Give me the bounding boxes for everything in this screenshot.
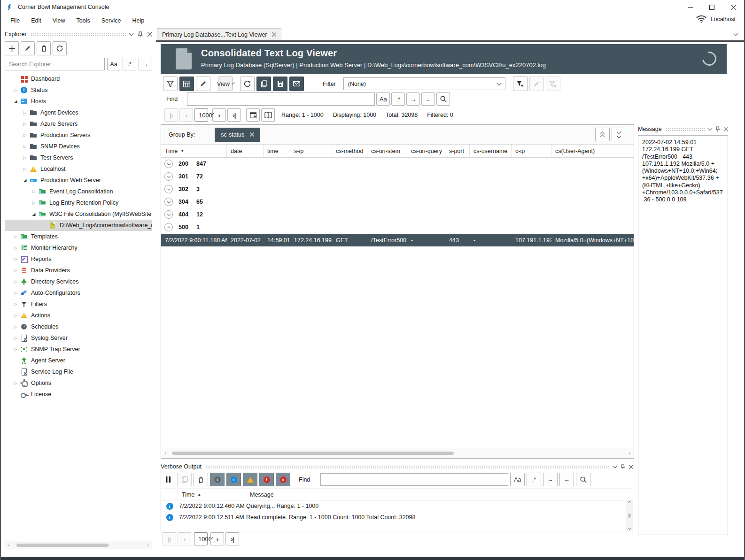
first-page-button[interactable]: |‹ (164, 108, 178, 122)
expander-icon[interactable]: ▷ (20, 144, 30, 149)
expand-group-icon[interactable] (164, 160, 173, 168)
expander-icon[interactable]: ▷ (11, 279, 20, 284)
find-input[interactable] (187, 92, 375, 106)
chip-close-icon[interactable] (250, 132, 254, 137)
tree-item-event-log-consolidation[interactable]: ▷Event Log Consolidation (5, 186, 152, 197)
close-window-button[interactable] (722, 0, 744, 14)
tab-close-icon[interactable] (272, 32, 276, 37)
column-header-cs-user-agent-[interactable]: cs(User-Agent) (551, 145, 634, 157)
tree-item-production-web-server[interactable]: ◢Production Web Server (5, 175, 152, 186)
connection-status[interactable]: Localhost (696, 15, 736, 23)
group-row-302[interactable]: 3023 (161, 183, 634, 196)
edit-button[interactable] (21, 41, 35, 55)
find-previous-button[interactable]: ← (559, 473, 574, 486)
previous-page-button[interactable]: ‹ (178, 532, 191, 545)
table-view-button[interactable] (179, 77, 194, 91)
column-header-time[interactable]: time (264, 145, 290, 157)
view-dropdown-button[interactable]: View (218, 77, 233, 91)
scroll-left-icon[interactable]: ‹ (5, 543, 13, 548)
find-next-button[interactable]: → (406, 92, 420, 106)
expander-icon[interactable]: ▷ (11, 234, 20, 239)
column-header-date[interactable]: date (227, 145, 264, 157)
find-next-button[interactable]: → (543, 473, 558, 486)
minimize-button[interactable] (679, 0, 701, 14)
add-button[interactable] (5, 41, 19, 55)
menu-file[interactable]: File (5, 15, 25, 26)
group-row-404[interactable]: 40412 (161, 208, 634, 221)
collapse-all-button[interactable] (612, 128, 626, 141)
refresh-view-button[interactable] (240, 77, 255, 91)
column-header-c-ip[interactable]: c-ip (512, 145, 551, 157)
tree-item-hosts[interactable]: ◢Hosts (5, 96, 152, 107)
expander-icon[interactable]: ▷ (11, 302, 20, 307)
expander-icon[interactable]: ▷ (29, 200, 39, 205)
panel-menu-icon[interactable] (613, 464, 618, 468)
previous-page-button[interactable]: ‹ (179, 108, 193, 122)
maximize-button[interactable] (701, 0, 722, 14)
clear-filter-button[interactable] (546, 77, 560, 91)
tree-item-agent-devices[interactable]: ▷Agent Devices (5, 107, 152, 118)
expander-icon[interactable]: ▷ (11, 347, 20, 352)
expander-icon[interactable]: ▷ (29, 189, 39, 194)
log-horizontal-scrollbar[interactable]: ‹ › (162, 448, 633, 458)
copy-button[interactable] (177, 473, 192, 486)
tree-item-license[interactable]: License (5, 389, 152, 400)
explorer-horizontal-scrollbar[interactable]: ‹ › (5, 541, 152, 549)
column-header-s-port[interactable]: s-port (445, 145, 470, 157)
regex-button[interactable]: .* (391, 92, 405, 106)
log-table-header[interactable]: Time▼datetimes-ipcs-methodcs-uri-stemcs-… (161, 145, 634, 158)
tree-item-reports[interactable]: ▷Reports (5, 253, 152, 265)
find-previous-button[interactable]: ← (421, 92, 435, 106)
expander-icon[interactable]: ▷ (11, 245, 20, 250)
scroll-right-icon[interactable]: › (626, 451, 633, 456)
group-chip-sc-status[interactable]: sc-status (215, 128, 260, 142)
column-header-time[interactable]: Time▼ (161, 145, 227, 157)
tree-item-snmp-devices[interactable]: ▷SNMP Devices (5, 141, 152, 152)
expander-icon[interactable]: ▷ (20, 110, 30, 115)
tree-item-schedules[interactable]: ▷Schedules (5, 321, 152, 332)
save-button[interactable] (273, 77, 287, 91)
delete-button[interactable] (37, 41, 51, 55)
tree-item-status[interactable]: ▷Status (5, 84, 152, 96)
scrollbar-thumb[interactable] (628, 514, 631, 518)
verbose-row[interactable]: i7/2/2022 9:00:12.511 AMRead complete. R… (161, 512, 633, 523)
edit-filter-button[interactable] (529, 77, 544, 91)
tree-item-log-entry-retention-policy[interactable]: ▷Log Entry Retention Policy (5, 197, 152, 208)
expander-icon[interactable]: ▷ (11, 257, 20, 261)
close-panel-icon[interactable] (724, 127, 728, 131)
expander-icon[interactable]: ▷ (20, 167, 30, 171)
expand-group-icon[interactable] (164, 210, 173, 219)
message-content[interactable]: 2022-07-02 14:59:01 172.24.16.199 GET /T… (638, 135, 728, 535)
copy-button[interactable] (256, 77, 271, 91)
expander-icon[interactable]: ◢ (20, 178, 30, 183)
next-page-button[interactable]: › (210, 532, 224, 545)
group-row-301[interactable]: 30172 (161, 170, 634, 183)
scroll-right-icon[interactable]: › (144, 543, 152, 548)
expander-icon[interactable]: ▷ (11, 313, 20, 318)
edit-entry-button[interactable] (196, 77, 210, 91)
next-page-button[interactable]: › (212, 108, 226, 122)
date-range-button[interactable] (246, 108, 260, 122)
log-book-button[interactable] (261, 108, 275, 122)
refresh-button[interactable] (53, 41, 67, 55)
toggle-error-button[interactable]: ! (259, 473, 274, 486)
scrollbar-thumb[interactable] (172, 452, 454, 455)
last-page-button[interactable]: ›| (225, 532, 239, 545)
filter-combobox[interactable]: (None) (343, 77, 505, 90)
expander-icon[interactable]: ▷ (11, 381, 20, 385)
email-button[interactable] (289, 77, 304, 91)
tree-item-actions[interactable]: ▷Actions (5, 310, 152, 321)
pause-button[interactable] (161, 473, 175, 486)
menu-view[interactable]: View (47, 15, 71, 26)
toggle-verbose-button[interactable]: i (210, 473, 225, 486)
match-case-button[interactable]: Aa (510, 473, 525, 486)
close-panel-icon[interactable] (629, 465, 633, 469)
column-header-cs-username[interactable]: cs-username (470, 145, 512, 157)
tree-item-dashboard[interactable]: Dashboard (5, 73, 152, 84)
selected-log-row[interactable]: 7/2/2022 9:00:11.180 AM2022-07-0214:59:0… (161, 234, 634, 246)
tree-item-w3c-file-consolidation-myiiswebsitelog[interactable]: ◢W3C File Consolidation (MyIISWebSiteLog… (5, 208, 152, 220)
pin-icon[interactable] (138, 31, 143, 38)
expand-group-icon[interactable] (164, 198, 173, 206)
tree-item-azure-servers[interactable]: ▷Azure Servers (5, 118, 152, 130)
expand-all-button[interactable] (595, 128, 610, 141)
